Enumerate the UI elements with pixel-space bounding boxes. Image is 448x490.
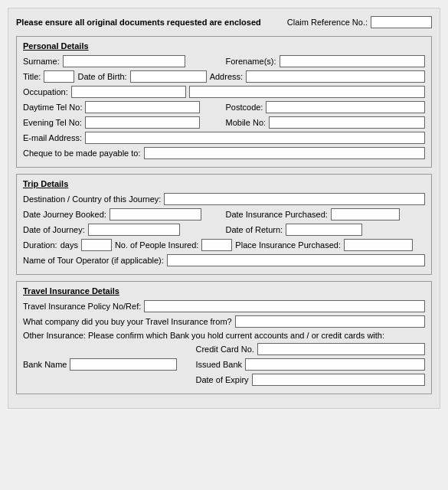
cheque-input[interactable] (144, 147, 425, 159)
date-expiry-input[interactable] (252, 374, 425, 386)
policy-label: Travel Insurance Policy No/Ref: (23, 302, 141, 311)
place-label: Place Insurance Purchased: (235, 240, 341, 250)
issued-bank-label: Issued Bank (195, 360, 242, 369)
policy-input[interactable] (144, 300, 425, 312)
place-input[interactable] (344, 239, 413, 251)
credit-card-input[interactable] (257, 343, 425, 355)
bank-input[interactable] (70, 358, 177, 371)
trip-details-title: Trip Details (23, 179, 425, 188)
evening-tel-label: Evening Tel No: (23, 118, 82, 127)
date-return-label: Date of Return: (226, 225, 283, 234)
people-insured-label: No. of People Insured: (115, 240, 198, 250)
date-return-input[interactable] (286, 224, 362, 236)
daytime-tel-label: Daytime Tel No: (23, 103, 82, 112)
dob-input[interactable] (130, 70, 207, 83)
title-label: Title: (23, 72, 41, 81)
email-label: E-mail Address: (23, 133, 82, 142)
date-insurance-input[interactable] (331, 208, 400, 220)
other-insurance-label: Other Insurance: Please confirm which Ba… (23, 331, 384, 340)
credit-card-label: Credit Card No. (195, 345, 253, 354)
travel-insurance-section: Travel Insurance Details Travel Insuranc… (16, 281, 432, 394)
duration-input[interactable] (81, 239, 112, 251)
mobile-input[interactable] (269, 116, 425, 129)
company-label: What company did you buy your Travel Ins… (23, 317, 232, 326)
title-input[interactable] (44, 70, 74, 83)
destination-input[interactable] (164, 193, 425, 205)
daytime-tel-input[interactable] (85, 101, 200, 113)
date-insurance-label: Date Insurance Purchased: (226, 210, 328, 219)
bank-label: Bank Name (23, 360, 67, 369)
surname-input[interactable] (63, 55, 185, 67)
surname-label: Surname: (23, 57, 60, 66)
postcode-label: Postcode: (226, 103, 263, 112)
postcode-input[interactable] (266, 101, 425, 113)
address-label: Address: (210, 72, 243, 81)
email-input[interactable] (85, 132, 425, 144)
tour-operator-label: Name of Tour Operator (if applicable): (23, 256, 164, 265)
address-input[interactable] (246, 70, 425, 83)
forenames-input[interactable] (280, 55, 425, 67)
cheque-label: Cheque to be made payable to: (23, 149, 141, 158)
date-booked-input[interactable] (110, 208, 201, 220)
personal-details-section: Personal Details Surname: Forename(s): T… (16, 36, 432, 168)
people-insured-input[interactable] (201, 239, 232, 251)
header-instruction: Please ensure all original documents req… (16, 18, 261, 27)
travel-insurance-title: Travel Insurance Details (23, 286, 425, 296)
address-line2-input[interactable] (189, 86, 425, 98)
duration-label: Duration: (23, 240, 57, 250)
forenames-label: Forename(s): (226, 57, 276, 66)
company-input[interactable] (235, 315, 425, 328)
claim-reference-input[interactable] (371, 16, 432, 28)
issued-bank-input[interactable] (245, 358, 425, 371)
dob-label: Date of Birth: (77, 72, 126, 81)
duration-unit: days (60, 240, 78, 250)
claim-ref-label: Claim Reference No.: (287, 18, 368, 27)
tour-operator-input[interactable] (167, 254, 425, 266)
date-booked-label: Date Journey Booked: (23, 210, 106, 219)
date-expiry-label: Date of Expiry (195, 375, 248, 384)
occupation-label: Occupation: (23, 87, 68, 96)
personal-details-title: Personal Details (23, 41, 425, 51)
trip-details-section: Trip Details Destination / Country of th… (16, 174, 432, 275)
occupation-input[interactable] (71, 86, 186, 98)
date-journey-input[interactable] (88, 224, 180, 236)
mobile-label: Mobile No: (226, 118, 267, 127)
date-journey-label: Date of Journey: (23, 225, 85, 234)
destination-label: Destination / Country of this Journey: (23, 194, 161, 204)
evening-tel-input[interactable] (85, 116, 200, 129)
